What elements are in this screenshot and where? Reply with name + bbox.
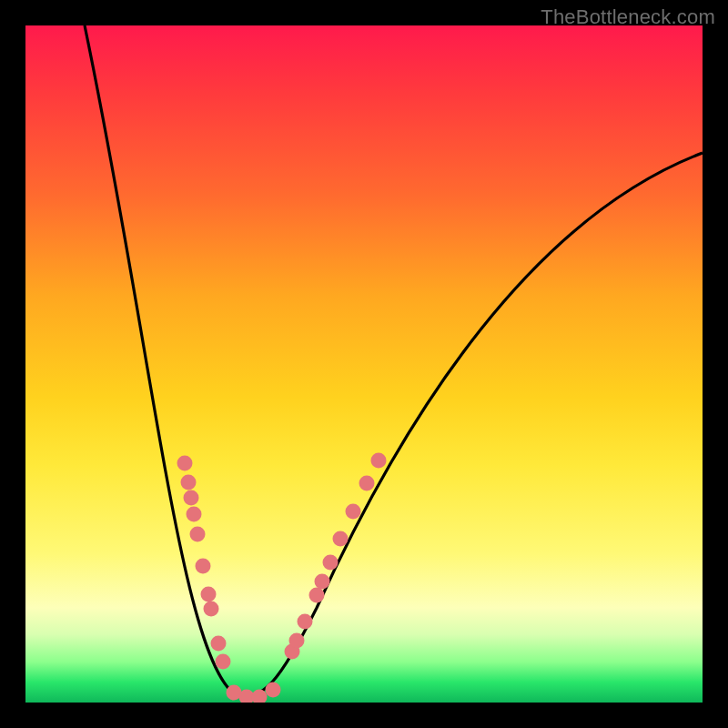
- curve-dot: [216, 654, 231, 670]
- curve-dot: [371, 453, 387, 469]
- chart-plot-area: [25, 25, 703, 703]
- curve-dot: [204, 602, 219, 617]
- curve-dot: [266, 682, 281, 698]
- curve-dot: [359, 476, 375, 491]
- curve-dot: [190, 527, 206, 542]
- curve-dots-right: [285, 453, 387, 660]
- curve-dot: [289, 633, 305, 649]
- curve-dot: [177, 456, 193, 471]
- curve-dot: [346, 504, 361, 520]
- curve-dot: [196, 559, 211, 574]
- curve-dot: [201, 587, 217, 602]
- curve-dot: [298, 614, 313, 630]
- curve-dot: [323, 555, 339, 571]
- curve-dot: [315, 574, 330, 590]
- curve-dot: [309, 588, 325, 603]
- curve-dot: [184, 490, 199, 506]
- curve-dot: [333, 531, 349, 547]
- curve-dots-bottom: [227, 682, 281, 703]
- curve-dot: [252, 690, 268, 703]
- curve-dot: [187, 507, 202, 522]
- bottleneck-curve-svg: [25, 25, 703, 703]
- bottleneck-curve-path: [85, 25, 703, 696]
- curve-dot: [211, 636, 227, 652]
- curve-dot: [181, 475, 197, 490]
